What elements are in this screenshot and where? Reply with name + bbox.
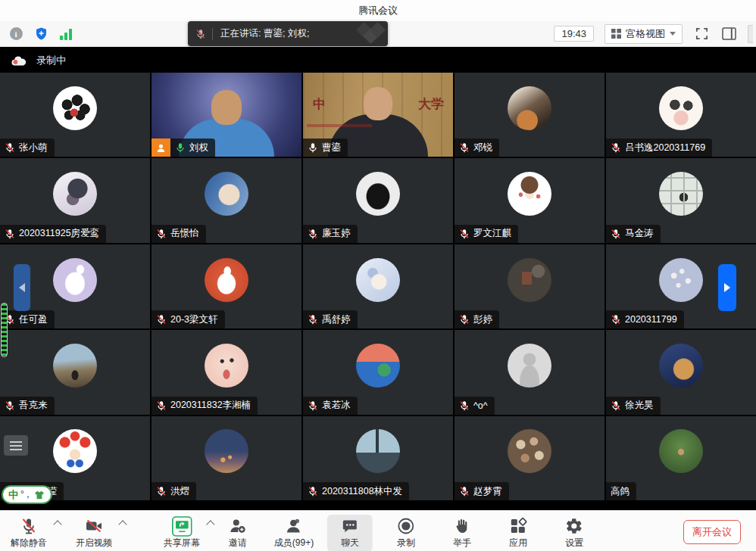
toolbar-button[interactable]: 开启视频 [71,515,117,551]
participant-tile[interactable]: 高鸽 [606,416,756,500]
speaking-toast: 正在讲话: 曹鎏; 刘权; [188,21,388,46]
participant-tile[interactable]: 马金涛 [606,158,756,242]
mic-icon [611,142,621,153]
chat-icon [341,517,359,535]
participant-tile[interactable]: 袁若冰 [303,330,453,414]
mic-icon [308,400,318,411]
wall-logo-text-right: 大学 [418,95,444,113]
chevron-down-icon [670,32,676,36]
participant-tile[interactable]: 赵梦霄 [455,416,604,500]
participant-name: 20-3梁文轩 [170,313,218,326]
participant-name: 赵梦霄 [473,485,502,498]
participant-label-main: 禹舒婷 [303,310,358,328]
participant-label-main: 赵梦霄 [455,482,509,500]
avatar [356,429,400,473]
participant-tile[interactable]: 2020311832李湘楠 [152,330,301,414]
participant-label-main: 20-3梁文轩 [152,310,225,328]
participant-tile[interactable]: 张小萌 [0,73,150,157]
chevron-up-icon[interactable] [53,520,61,528]
participant-label-main: 廉玉婷 [303,225,358,243]
view-mode-label: 宫格视图 [626,27,665,41]
toolbar-button[interactable]: 录制 [383,515,429,551]
mic-icon [156,400,167,411]
mic-icon [459,314,470,325]
participant-tile[interactable]: 罗文江麒 [455,158,604,242]
toolbar-icon [565,516,583,536]
participant-tile[interactable]: 徐光昊 [606,330,756,414]
toolbar-button[interactable]: 设置 [551,515,597,551]
participant-name: 刘权 [189,142,208,154]
toolbar-button[interactable]: 解除静音 [6,515,52,551]
toolbar-label: 应用 [509,537,527,549]
toolbar-button[interactable]: 应用 [495,515,541,551]
mic-icon [459,229,470,239]
mic-icon [308,229,318,239]
ime-punctuation-label: °， [20,488,32,501]
participant-name: 高鸽 [611,485,629,498]
participant-tile[interactable]: 2020311925房爱鸾 [0,158,150,242]
toolbar-button[interactable]: 成员(99+) [271,515,317,551]
participant-tile[interactable]: 廉玉婷 [303,158,453,242]
page-left-arrow[interactable] [14,264,30,311]
participant-tile[interactable]: 20-3梁文轩 [152,244,301,328]
chevron-up-icon[interactable] [118,520,127,528]
settings-gear-icon [565,517,583,535]
participant-tile[interactable]: 禹舒婷 [303,244,453,328]
participant-label-main: ^o^ [455,397,495,415]
security-shield-icon[interactable] [34,27,48,41]
avatar [659,344,703,388]
raise-hand-icon [453,517,471,535]
window-titlebar: 腾讯会议 [0,0,756,21]
toolbar-icon [85,516,103,536]
participant-tile[interactable]: 吾克来 [0,330,150,414]
meeting-toolbar: 解除静音 开启视频 共享屏幕 [0,510,756,551]
participant-name: 马金涛 [625,227,654,240]
participant-label: 马金涛 [606,225,661,243]
side-panel-icon[interactable] [720,26,737,42]
network-signal-icon[interactable] [59,27,73,41]
participant-tile[interactable]: 刘权 [152,73,301,157]
toolbar-button[interactable]: 共享屏幕 [159,515,205,551]
window-title: 腾讯会议 [358,4,398,17]
participant-tile[interactable]: ^o^ [455,330,604,414]
ime-status-pill[interactable]: 中 °， [2,485,52,504]
avatar [53,429,97,473]
participant-name: 2020311808林中发 [322,485,402,498]
participant-label: 曹鎏 [303,139,348,157]
chevron-up-icon[interactable] [206,520,214,528]
page-right-arrow[interactable] [718,264,736,311]
participant-label-main: 袁若冰 [303,397,358,415]
toolbar-icon [20,516,38,536]
participant-tile[interactable]: 吕书逸2020311769 [606,73,756,157]
participant-label: 任可盈 [0,310,55,328]
mic-icon [611,400,621,411]
toolbar-icon [509,516,527,536]
participant-label: 赵梦霄 [455,482,509,500]
meeting-info-icon[interactable]: i [9,27,23,41]
participant-tile[interactable]: 2020311808林中发 [303,416,453,500]
participant-tile[interactable]: 洪熠 [152,416,301,500]
participant-tile[interactable]: 彭婷 [455,244,604,328]
participant-name: ^o^ [473,400,488,411]
toolbar-button[interactable]: 邀请 [215,515,261,551]
fullscreen-icon[interactable] [693,26,710,42]
participant-label-main: 曹鎏 [303,139,348,157]
participant-tile[interactable]: 曹鎏 [303,73,453,157]
participant-label: 洪熠 [152,482,196,500]
toolbar-icon [397,516,415,536]
participant-label-main: 2020311799 [606,310,684,328]
audio-level-meter [1,303,8,357]
toolbar-button[interactable]: 聊天 [327,515,373,551]
mic-icon [459,486,470,497]
participant-tile[interactable]: 岳憬怡 [152,158,301,242]
toolbar-button[interactable]: 举手 [439,515,485,551]
view-mode-dropdown[interactable]: 宫格视图 [604,24,683,44]
mic-off-icon [20,517,38,535]
toolbar-label: 举手 [453,537,471,549]
participant-tile[interactable]: 邓锐 [455,73,604,157]
participant-name: 张小萌 [19,142,48,154]
list-menu-button[interactable] [4,435,28,456]
leave-meeting-button[interactable]: 离开会议 [683,520,741,544]
participant-name: 禹舒婷 [322,313,351,326]
hamburger-icon [10,441,22,450]
